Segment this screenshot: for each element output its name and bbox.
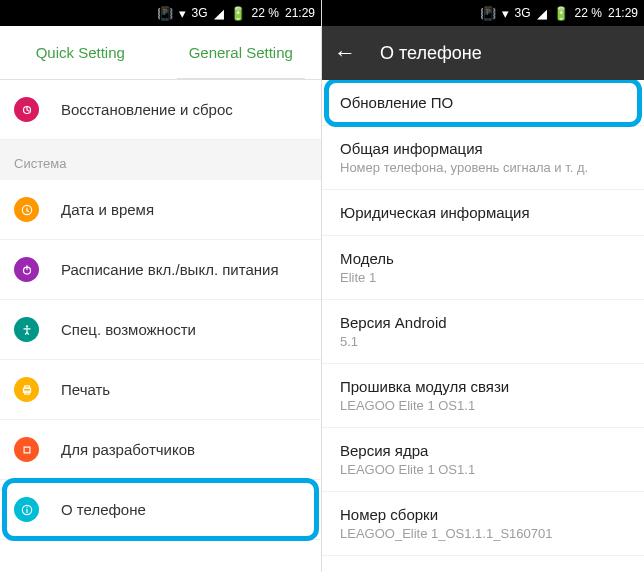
clock: 21:29 bbox=[608, 6, 638, 20]
system-header: Система bbox=[0, 140, 321, 180]
row-legal[interactable]: Юридическая информация bbox=[322, 190, 644, 236]
info-icon bbox=[14, 497, 39, 522]
row-subtitle: LEAGOO Elite 1 OS1.1 bbox=[340, 462, 626, 477]
row-title: Обновление ПО bbox=[340, 94, 626, 111]
battery-icon: 🔋 bbox=[230, 6, 246, 21]
svg-point-11 bbox=[26, 506, 27, 507]
tab-quick-setting[interactable]: Quick Setting bbox=[0, 26, 161, 79]
row-subtitle: Elite 1 bbox=[340, 270, 626, 285]
wifi-icon: ▾ bbox=[179, 6, 186, 21]
row-title: Версия ядра bbox=[340, 442, 626, 459]
row-general-info[interactable]: Общая информация Номер телефона, уровень… bbox=[322, 126, 644, 190]
row-subtitle: Номер телефона, уровень сигнала и т. д. bbox=[340, 160, 626, 175]
battery-icon: 🔋 bbox=[553, 6, 569, 21]
network-label: 3G bbox=[515, 6, 531, 20]
row-title: Версия Android bbox=[340, 314, 626, 331]
row-kernel[interactable]: Версия ядра LEAGOO Elite 1 OS1.1 bbox=[322, 428, 644, 492]
network-label: 3G bbox=[192, 6, 208, 20]
row-android-version[interactable]: Версия Android 5.1 bbox=[322, 300, 644, 364]
signal-icon: ◢ bbox=[537, 6, 547, 21]
about-list: Обновление ПО Общая информация Номер тел… bbox=[322, 80, 644, 572]
signal-icon: ◢ bbox=[214, 6, 224, 21]
row-restore-label: Восстановление и сброс bbox=[61, 101, 233, 118]
row-power-schedule[interactable]: Расписание вкл./выкл. питания bbox=[0, 240, 321, 300]
row-accessibility-label: Спец. возможности bbox=[61, 321, 196, 338]
tab-general-label: General Setting bbox=[189, 44, 293, 61]
row-date[interactable]: Дата и время bbox=[0, 180, 321, 240]
row-about-label: О телефоне bbox=[61, 501, 146, 518]
row-subtitle: 5.1 bbox=[340, 334, 626, 349]
restore-icon bbox=[14, 97, 39, 122]
status-bar: 📳 ▾ 3G ◢ 🔋 22 % 21:29 bbox=[0, 0, 321, 26]
row-subtitle: LEAGOO Elite 1 OS1.1 bbox=[340, 398, 626, 413]
toolbar-title: О телефоне bbox=[380, 43, 482, 64]
clock: 21:29 bbox=[285, 6, 315, 20]
row-title: Модель bbox=[340, 250, 626, 267]
row-print-label: Печать bbox=[61, 381, 110, 398]
row-power-label: Расписание вкл./выкл. питания bbox=[61, 261, 279, 278]
battery-percent: 22 % bbox=[575, 6, 602, 20]
svg-rect-8 bbox=[24, 447, 30, 453]
tab-quick-label: Quick Setting bbox=[36, 44, 125, 61]
power-icon bbox=[14, 257, 39, 282]
settings-list: Восстановление и сброс Система Дата и вр… bbox=[0, 80, 321, 572]
row-restore[interactable]: Восстановление и сброс bbox=[0, 80, 321, 140]
row-subtitle: LEAGOO_Elite 1_OS1.1.1_S160701 bbox=[340, 526, 626, 541]
print-icon bbox=[14, 377, 39, 402]
row-title: Юридическая информация bbox=[340, 204, 626, 221]
row-title: Общая информация bbox=[340, 140, 626, 157]
row-model[interactable]: Модель Elite 1 bbox=[322, 236, 644, 300]
row-software-update[interactable]: Обновление ПО bbox=[322, 80, 644, 126]
battery-percent: 22 % bbox=[252, 6, 279, 20]
row-build[interactable]: Номер сборки LEAGOO_Elite 1_OS1.1.1_S160… bbox=[322, 492, 644, 556]
vibrate-icon: 📳 bbox=[157, 6, 173, 21]
toolbar: ← О телефоне bbox=[322, 26, 644, 80]
row-developer-label: Для разработчиков bbox=[61, 441, 195, 458]
clock-icon bbox=[14, 197, 39, 222]
settings-tabs: Quick Setting General Setting bbox=[0, 26, 321, 80]
row-print[interactable]: Печать bbox=[0, 360, 321, 420]
accessibility-icon bbox=[14, 317, 39, 342]
row-accessibility[interactable]: Спец. возможности bbox=[0, 300, 321, 360]
row-title: Прошивка модуля связи bbox=[340, 378, 626, 395]
developer-icon bbox=[14, 437, 39, 462]
row-baseband[interactable]: Прошивка модуля связи LEAGOO Elite 1 OS1… bbox=[322, 364, 644, 428]
row-developer[interactable]: Для разработчиков bbox=[0, 420, 321, 480]
back-button[interactable]: ← bbox=[334, 40, 356, 66]
row-about-phone[interactable]: О телефоне bbox=[0, 480, 321, 540]
svg-point-4 bbox=[25, 325, 27, 327]
tab-general-setting[interactable]: General Setting bbox=[161, 26, 322, 79]
svg-rect-6 bbox=[24, 385, 29, 387]
status-bar-right: 📳 ▾ 3G ◢ 🔋 22 % 21:29 bbox=[322, 0, 644, 26]
wifi-icon: ▾ bbox=[502, 6, 509, 21]
vibrate-icon: 📳 bbox=[480, 6, 496, 21]
row-title: Номер сборки bbox=[340, 506, 626, 523]
row-date-label: Дата и время bbox=[61, 201, 154, 218]
